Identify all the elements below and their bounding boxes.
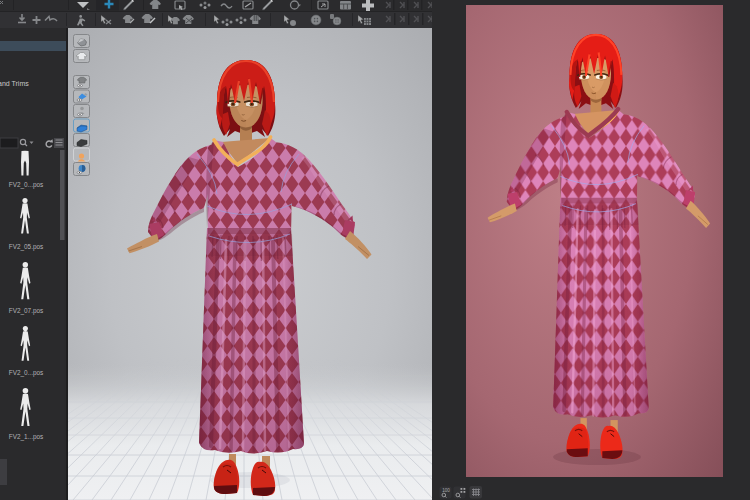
svg-text:FV2_1...pos: FV2_1...pos [9,433,43,441]
svg-text:FV2_07.pos: FV2_07.pos [9,307,43,315]
svg-text:FV2_0...pos: FV2_0...pos [9,369,43,377]
svg-text:100: 100 [442,488,450,493]
svg-text:FV2_05.pos: FV2_05.pos [9,243,43,251]
svg-text:FV2_0...pos: FV2_0...pos [9,181,43,189]
